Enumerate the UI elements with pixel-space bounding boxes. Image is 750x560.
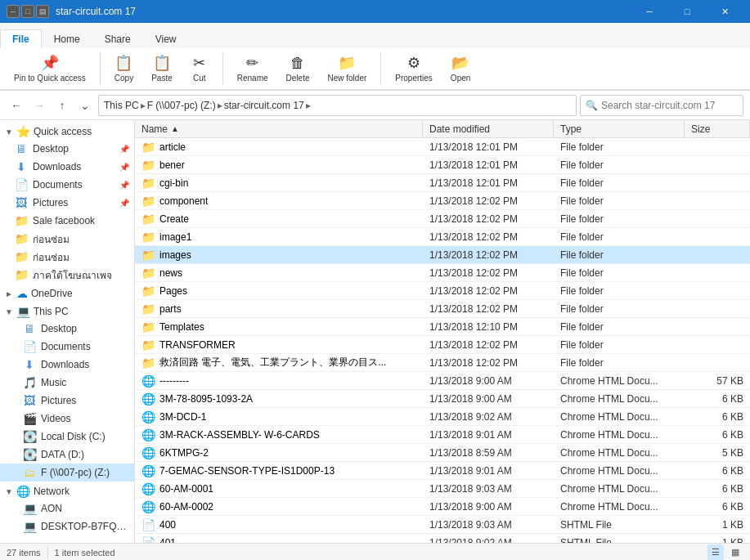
sidebar-item-f-drive[interactable]: 🗂 F (\\007-pc) (Z:)	[0, 464, 134, 482]
paste-button[interactable]: 📋 Paste	[144, 50, 180, 87]
tab-home[interactable]: Home	[42, 29, 92, 48]
table-row[interactable]: 📁 TRANSFORMER 1/13/2018 12:02 PM File fo…	[135, 336, 750, 354]
file-name-cell: 📁 image1	[135, 231, 423, 244]
sidebar-item-pictures[interactable]: 🖼 Pictures 📌	[0, 194, 134, 212]
file-name-cell: 📁 救済回路 電子、電気、工業プラント、業界の目ス...	[135, 356, 423, 370]
large-icons-view-button[interactable]: ▦	[727, 544, 743, 561]
table-row[interactable]: 🌐 60-AM-0002 1/13/2018 9:00 AM Chrome HT…	[135, 498, 750, 516]
table-row[interactable]: 📁 parts 1/13/2018 12:02 PM File folder	[135, 300, 750, 318]
file-name-text: 3M-RACK-ASSEMBLY- W-6-CARDS	[159, 429, 320, 441]
sidebar-item-desktop-b7fqoh[interactable]: 💻 DESKTOP-B7FQOH(	[0, 517, 134, 535]
sidebar-item-desktop[interactable]: 🖥 Desktop 📌	[0, 140, 134, 158]
table-row[interactable]: 📄 401 1/13/2018 9:02 AM SHTML File 1 KB	[135, 534, 750, 543]
table-row[interactable]: 🌐 7-GEMAC-SENSOR-TYPE-IS1D00P-13 1/13/20…	[135, 462, 750, 480]
properties-button[interactable]: ⚙ Properties	[388, 50, 440, 87]
file-name-text: images	[159, 249, 191, 261]
back-button[interactable]: ←	[7, 96, 26, 115]
sidebar-item-pc-documents[interactable]: 📄 Documents	[0, 338, 134, 356]
nav-group-network[interactable]: ▼ 🌐 Network	[0, 483, 134, 500]
copy-button[interactable]: 📋 Copy	[107, 50, 141, 87]
search-box[interactable]: 🔍	[580, 95, 743, 116]
table-row[interactable]: 📁 image1 1/13/2018 12:02 PM File folder	[135, 228, 750, 246]
details-view-button[interactable]: ☰	[707, 544, 724, 561]
sidebar-item-pc-pictures[interactable]: 🖼 Pictures	[0, 392, 134, 410]
table-row[interactable]: 📁 component 1/13/2018 12:02 PM File fold…	[135, 192, 750, 210]
col-header-date[interactable]: Date modified	[423, 120, 554, 137]
open-button[interactable]: 📂 Open	[443, 50, 478, 87]
nav-group-this-pc[interactable]: ▼ 💻 This PC	[0, 303, 134, 320]
table-row[interactable]: 🌐 3M-RACK-ASSEMBLY- W-6-CARDS 1/13/2018 …	[135, 426, 750, 444]
up-button[interactable]: ↑	[52, 96, 72, 115]
delete-button[interactable]: 🗑 Delete	[279, 51, 317, 87]
col-header-size[interactable]: Size	[685, 120, 750, 137]
file-name-cell: 📁 images	[135, 249, 423, 262]
tab-view[interactable]: View	[143, 29, 189, 48]
pc-pictures-icon: 🖼	[23, 394, 36, 407]
col-header-type[interactable]: Type	[554, 120, 685, 137]
sidebar-item-pc-downloads[interactable]: ⬇ Downloads	[0, 356, 134, 374]
col-header-name[interactable]: Name ▲	[135, 120, 423, 137]
file-type-cell: File folder	[554, 141, 685, 153]
sidebar-item-downloads[interactable]: ⬇ Downloads 📌	[0, 158, 134, 176]
file-name-text: news	[159, 267, 182, 279]
sidebar-item-pc-music[interactable]: 🎵 Music	[0, 374, 134, 392]
tab-file[interactable]: File	[0, 29, 42, 48]
path-current[interactable]: star-circuit.com 17	[224, 100, 304, 111]
column-header: Name ▲ Date modified Type Size	[135, 120, 750, 138]
aon-icon: 💻	[23, 502, 36, 515]
sidebar-item-pc-videos[interactable]: 🎬 Videos	[0, 410, 134, 428]
new-folder-button[interactable]: 📁 New folder	[320, 50, 374, 87]
table-row[interactable]: 🌐 60-AM-0001 1/13/2018 9:03 AM Chrome HT…	[135, 480, 750, 498]
cut-button[interactable]: ✂ Cut	[183, 50, 216, 87]
sidebar-item-aon[interactable]: 💻 AON	[0, 500, 134, 517]
file-date-cell: 1/13/2018 9:00 AM	[423, 375, 554, 387]
sidebar-item-sale-facebook[interactable]: 📁 Sale facebook	[0, 212, 134, 230]
chrome-file-icon: 🌐	[141, 392, 155, 405]
search-input[interactable]	[601, 100, 738, 111]
table-row[interactable]: 🌐 3M-78-8095-1093-2A 1/13/2018 9:00 AM C…	[135, 390, 750, 408]
table-row[interactable]: 📁 cgi-bin 1/13/2018 12:01 PM File folder	[135, 174, 750, 192]
table-row[interactable]: 📁 bener 1/13/2018 12:01 PM File folder	[135, 156, 750, 174]
pin-to-quick-access-button[interactable]: 📌 Pin to Quick access	[7, 50, 93, 87]
address-path[interactable]: This PC ▸ F (\\007-pc) (Z:) ▸ star-circu…	[98, 95, 577, 116]
table-row[interactable]: 📁 images 1/13/2018 12:02 PM File folder	[135, 246, 750, 264]
folder-file-icon: 📁	[141, 302, 155, 316]
file-type-cell: File folder	[554, 231, 685, 243]
file-name-text: article	[159, 141, 186, 153]
table-row[interactable]: 📁 news 1/13/2018 12:02 PM File folder	[135, 264, 750, 282]
table-row[interactable]: 📁 Templates 1/13/2018 12:10 PM File fold…	[135, 318, 750, 336]
table-row[interactable]: 📁 Create 1/13/2018 12:02 PM File folder	[135, 210, 750, 228]
sidebar-item-local-disk-c[interactable]: 💽 Local Disk (C:)	[0, 428, 134, 446]
path-f-drive[interactable]: F (\\007-pc) (Z:)	[147, 100, 216, 111]
minimize-button[interactable]: ─	[631, 0, 668, 23]
file-name-text: 401	[159, 537, 176, 544]
folder-file-icon: 📁	[141, 267, 155, 280]
close-button[interactable]: ✕	[706, 0, 743, 23]
sidebar-item-pc-desktop[interactable]: 🖥 Desktop	[0, 320, 134, 338]
forward-button[interactable]: →	[29, 96, 49, 115]
sidebar-item-konsom1[interactable]: 📁 ก่อนซ่อม	[0, 230, 134, 248]
file-name-text: 60-AM-0001	[159, 483, 213, 495]
search-icon: 🔍	[586, 100, 598, 111]
rename-button[interactable]: ✏ Rename	[230, 50, 276, 87]
copy-icon: 📋	[115, 54, 132, 72]
table-row[interactable]: 📁 Pages 1/13/2018 12:02 PM File folder	[135, 282, 750, 300]
table-row[interactable]: 📁 article 1/13/2018 12:01 PM File folder	[135, 138, 750, 156]
nav-group-onedrive[interactable]: ► ☁ OneDrive	[0, 285, 134, 302]
sidebar-item-documents[interactable]: 📄 Documents 📌	[0, 176, 134, 194]
table-row[interactable]: 📁 救済回路 電子、電気、工業プラント、業界の目ス... 1/13/2018 1…	[135, 354, 750, 372]
table-row[interactable]: 🌐 --------- 1/13/2018 9:00 AM Chrome HTM…	[135, 372, 750, 390]
sidebar-item-label-sale-facebook: Sale facebook	[33, 215, 129, 226]
recent-locations-button[interactable]: ⌄	[75, 96, 95, 115]
tab-share[interactable]: Share	[92, 29, 143, 48]
nav-group-quick-access[interactable]: ▼ ⭐ Quick access	[0, 123, 134, 140]
table-row[interactable]: 📄 400 1/13/2018 9:03 AM SHTML File 1 KB	[135, 516, 750, 534]
path-this-pc[interactable]: This PC	[104, 100, 139, 111]
table-row[interactable]: 🌐 6KTMPG-2 1/13/2018 8:59 AM Chrome HTML…	[135, 444, 750, 462]
maximize-button[interactable]: □	[668, 0, 706, 23]
folder-file-icon: 📁	[141, 213, 155, 226]
table-row[interactable]: 🌐 3M-DCD-1 1/13/2018 9:02 AM Chrome HTML…	[135, 408, 750, 426]
sidebar-item-data-d[interactable]: 💽 DATA (D:)	[0, 446, 134, 464]
sidebar-item-konsom2[interactable]: 📁 ก่อนซ่อม	[0, 248, 134, 266]
sidebar-item-paktilompage[interactable]: 📁 ภาคใต้โฆษณาเพจ	[0, 266, 134, 284]
